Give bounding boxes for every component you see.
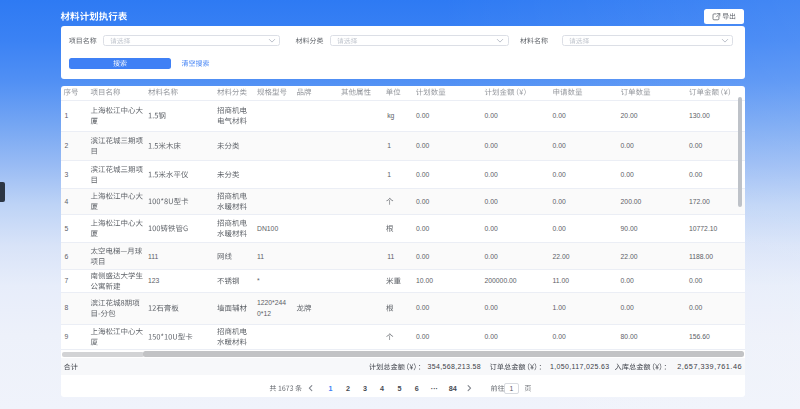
- svg-text:1: 1: [329, 384, 333, 393]
- svg-text:200000.00: 200000.00: [485, 277, 517, 284]
- svg-text:0.00: 0.00: [485, 171, 498, 178]
- svg-text:2: 2: [346, 384, 350, 393]
- svg-text:0.00: 0.00: [621, 304, 634, 311]
- svg-text:90.00: 90.00: [621, 225, 638, 232]
- svg-text:DN100: DN100: [257, 225, 278, 232]
- svg-text:8: 8: [65, 304, 69, 311]
- svg-text:0.00: 0.00: [621, 142, 634, 149]
- svg-text:22.00: 22.00: [621, 253, 638, 260]
- svg-text:20.00: 20.00: [621, 112, 638, 119]
- svg-text:3: 3: [363, 384, 367, 393]
- svg-text:2,657,339,761.46: 2,657,339,761.46: [677, 362, 742, 371]
- svg-text:156.60: 156.60: [689, 333, 710, 340]
- svg-text:0.00: 0.00: [689, 277, 702, 284]
- svg-text:0.00: 0.00: [416, 333, 429, 340]
- svg-text:0.00: 0.00: [416, 225, 429, 232]
- svg-text:1220*244: 1220*244: [257, 299, 286, 306]
- svg-text:0.00: 0.00: [416, 304, 429, 311]
- svg-text:6: 6: [65, 253, 69, 260]
- svg-text:11: 11: [387, 253, 394, 260]
- svg-text:0.00: 0.00: [553, 112, 566, 119]
- svg-text:0.00: 0.00: [553, 171, 566, 178]
- svg-text:0.00: 0.00: [553, 198, 566, 205]
- svg-text:1: 1: [387, 142, 391, 149]
- svg-text:0.00: 0.00: [553, 225, 566, 232]
- svg-text:11.00: 11.00: [553, 277, 570, 284]
- svg-text:4: 4: [65, 198, 69, 205]
- svg-text:0.00: 0.00: [689, 304, 702, 311]
- svg-text:4: 4: [380, 384, 384, 393]
- svg-text:0.00: 0.00: [485, 333, 498, 340]
- svg-text:200.00: 200.00: [621, 198, 642, 205]
- svg-text:22.00: 22.00: [553, 253, 570, 260]
- svg-text:1: 1: [65, 112, 69, 119]
- svg-text:0.00: 0.00: [485, 198, 498, 205]
- svg-text:0.00: 0.00: [485, 142, 498, 149]
- svg-text:7: 7: [65, 277, 69, 284]
- svg-text:11: 11: [257, 253, 264, 260]
- svg-text:kg: kg: [387, 112, 394, 120]
- svg-text:0.00: 0.00: [485, 253, 498, 260]
- svg-text:123: 123: [148, 277, 160, 284]
- svg-text:0.00: 0.00: [416, 112, 429, 119]
- svg-text:0*12: 0*12: [257, 310, 271, 317]
- svg-text:1: 1: [509, 385, 513, 392]
- svg-text:9: 9: [65, 333, 69, 340]
- svg-text:0.00: 0.00: [485, 304, 498, 311]
- svg-text:1.00: 1.00: [553, 304, 566, 311]
- svg-text:0.00: 0.00: [689, 171, 702, 178]
- svg-text:6: 6: [415, 384, 419, 393]
- svg-text:0.00: 0.00: [416, 142, 429, 149]
- svg-text:1: 1: [387, 171, 391, 178]
- svg-text:3: 3: [65, 171, 69, 178]
- svg-text:0.00: 0.00: [416, 253, 429, 260]
- svg-text:172.00: 172.00: [689, 198, 710, 205]
- svg-text:0.00: 0.00: [689, 142, 702, 149]
- svg-text:1,050,117,025.63: 1,050,117,025.63: [550, 363, 610, 370]
- svg-text:130.00: 130.00: [689, 112, 710, 119]
- svg-text:1188.00: 1188.00: [689, 253, 713, 260]
- svg-text:5: 5: [65, 225, 69, 232]
- svg-text:0.00: 0.00: [485, 225, 498, 232]
- svg-text:···: ···: [431, 384, 438, 393]
- svg-text:10.00: 10.00: [416, 277, 433, 284]
- svg-text:*: *: [257, 277, 260, 284]
- svg-text:2: 2: [65, 142, 69, 149]
- svg-text:84: 84: [449, 384, 457, 393]
- svg-text:111: 111: [148, 253, 159, 260]
- svg-text:0.00: 0.00: [485, 112, 498, 119]
- svg-text:80.00: 80.00: [621, 333, 638, 340]
- svg-text:0.00: 0.00: [553, 333, 566, 340]
- svg-text:0.00: 0.00: [621, 171, 634, 178]
- svg-text:0.00: 0.00: [553, 142, 566, 149]
- svg-text:0.00: 0.00: [416, 171, 429, 178]
- svg-text:0.00: 0.00: [416, 198, 429, 205]
- svg-text:10772.10: 10772.10: [689, 225, 718, 232]
- svg-text:354,568,213.58: 354,568,213.58: [427, 363, 481, 370]
- svg-text:0.00: 0.00: [621, 277, 634, 284]
- svg-text:5: 5: [398, 384, 402, 393]
